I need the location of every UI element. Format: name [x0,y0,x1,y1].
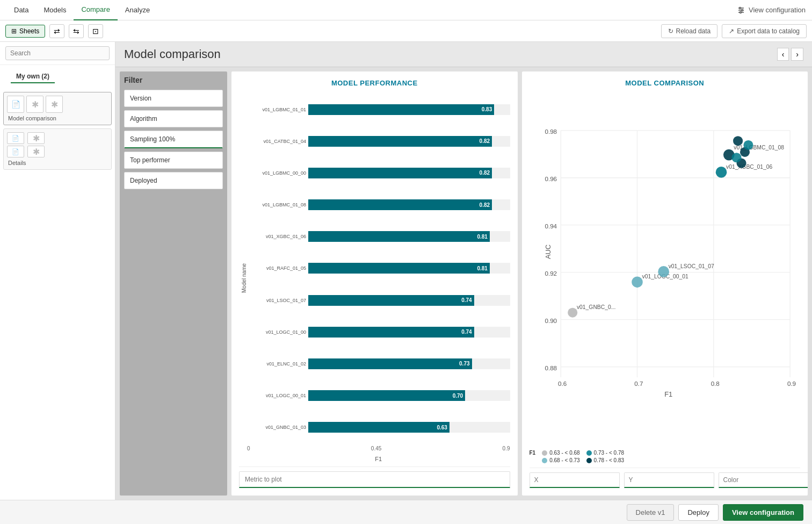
legend-item-0: 0.63 - < 0.68 [542,450,579,456]
view-configuration-nav[interactable]: View configuration [737,6,806,15]
reload-label: Reload data [676,27,711,35]
bar-chart-area: Model name v01_LGBMC_01_010.83v01_CATBC_… [239,94,510,462]
nav-prev[interactable]: ‹ [777,48,789,61]
bar-value: 0.82 [480,138,490,144]
sheet-icon-3: 📄 [12,148,19,155]
deploy-button[interactable]: Deploy [678,504,718,521]
toolbar-right: ↻ Reload data ↗ Export data to catalog [661,24,807,38]
nav-analyze[interactable]: Analyze [118,0,157,20]
export-label: Export data to catalog [737,27,800,35]
left-sidebar: My own (2) 📄 ✱ ✱ Model comparison [0,42,115,500]
filter-deployed[interactable]: Deployed [124,172,223,189]
nav-models[interactable]: Models [36,0,74,20]
bar-value: 0.82 [480,170,490,176]
bar-bg: 0.82 [308,168,510,178]
sheets-button[interactable]: ⊞ Sheets [5,25,45,38]
search-input[interactable] [5,46,110,60]
card-icons-col2: ✱ ✱ [27,132,45,157]
bar-row: v01_RAFC_01_050.81 [247,261,510,276]
svg-text:F1: F1 [664,390,672,398]
bar-row: v01_CATBC_01_040.82 [247,134,510,149]
svg-text:v01_GNBC_0...: v01_GNBC_0... [576,304,615,310]
bar-value: 0.83 [482,106,492,112]
card-label-1: Model comparison [7,115,108,121]
config-icon [737,6,745,15]
svg-text:0.6: 0.6 [558,380,567,387]
view-configuration-button[interactable]: View configuration [723,504,803,521]
export-button[interactable]: ↗ Export data to catalog [722,24,807,38]
bar-bg: 0.74 [308,295,510,306]
nav-data[interactable]: Data [6,0,36,20]
svg-point-41 [743,140,753,150]
scatter-svg: 0.98 0.96 0.94 0.92 0.90 0.88 AUC [530,94,801,446]
bar-chart-title: MODEL PERFORMANCE [239,79,510,87]
nav-compare[interactable]: Compare [74,0,117,20]
reload-icon: ↻ [668,27,673,35]
filter-top-performer[interactable]: Top performer [124,152,223,169]
card-content-1: 📄 ✱ ✱ [7,96,108,113]
filter-version[interactable]: Version [124,90,223,107]
legend-area: F1 0.63 - < 0.68 0.73 - < 0.78 F1 [530,450,801,463]
sidebar-card-details[interactable]: 📄 📄 ✱ ✱ Details [3,128,112,170]
toolbar-icon-2[interactable]: ⇆ [69,24,84,38]
svg-text:0.90: 0.90 [545,317,557,324]
nav-next[interactable]: › [791,48,803,61]
bar-label: v01_LOGC_00_01 [247,393,306,398]
x-axis-label: F1 [247,456,510,462]
bar-row: v01_LGBMC_01_080.82 [247,197,510,212]
bar-value: 0.73 [459,361,469,367]
filter-algorithm[interactable]: Algorithm [124,110,223,127]
content-area: Model comparison ‹ › Filter Version Algo… [115,42,812,500]
content-panels: Filter Version Algorithm Sampling 100% T… [115,67,812,500]
svg-text:0.7: 0.7 [634,380,643,387]
bar-chart-content: v01_LGBMC_01_010.83v01_CATBC_01_040.82v0… [247,94,510,462]
delete-button[interactable]: Delete v1 [627,504,675,521]
toolbar-icon-3[interactable]: ⊡ [88,24,103,38]
svg-point-4 [742,9,743,11]
x-axis-input[interactable] [530,472,620,488]
card-icon-1a: 📄 [7,96,24,113]
bar-label: v01_LGBMC_01_08 [247,202,306,207]
bar-fill: 0.82 [308,168,492,178]
toolbar-icon-1[interactable]: ⇄ [49,24,64,38]
metric-bar [239,466,510,488]
filter-sampling[interactable]: Sampling 100% [124,131,223,148]
card-icon-2b: 📄 [7,146,24,157]
bar-value: 0.81 [477,234,487,240]
bar-label: v01_RAFC_01_05 [247,265,306,271]
svg-text:v01_LSOC_01_07: v01_LSOC_01_07 [668,263,714,269]
sidebar-card-model-comparison[interactable]: 📄 ✱ ✱ Model comparison [3,92,112,125]
svg-point-42 [731,153,741,162]
view-config-nav-label: View configuration [749,6,806,14]
legend-item-1: 0.68 - < 0.73 [542,457,579,463]
search-box [0,42,115,65]
x-tick-1: 0.45 [371,446,381,451]
legend-dot-1 [542,458,547,463]
bar-row: v01_LOGC_01_000.74 [247,325,510,340]
svg-text:0.9: 0.9 [787,380,795,387]
top-nav: Data Models Compare Analyze View configu… [0,0,812,20]
bar-row: v01_LSOC_01_070.74 [247,293,510,308]
svg-point-5 [740,11,742,13]
export-icon: ↗ [729,27,734,35]
legend-f1-label: F1 [530,450,536,456]
bar-row: v01_ELNC_01_020.73 [247,356,510,371]
bar-fill: 0.70 [308,390,465,401]
metric-to-plot-input[interactable] [239,471,510,488]
bar-fill: 0.63 [308,422,450,433]
y-axis-input[interactable] [624,472,714,488]
bar-label: v01_GNBC_01_03 [247,425,306,430]
bars-container: v01_LGBMC_01_010.83v01_CATBC_01_040.82v0… [247,94,510,443]
sheets-icon: ⊞ [11,27,17,35]
bar-fill: 0.82 [308,136,492,147]
axis-inputs [530,468,801,488]
card-icon-1b: ✱ [26,96,44,113]
reload-button[interactable]: ↻ Reload data [661,24,718,38]
bar-label: v01_LGBMC_00_00 [247,170,306,176]
svg-text:0.94: 0.94 [545,222,557,229]
svg-point-32 [658,266,669,277]
bar-value: 0.81 [477,265,487,271]
color-axis-input[interactable] [719,472,808,488]
sheet-icon: 📄 [11,100,20,109]
legend-item-3: 0.78 - < 0.83 [586,457,624,463]
